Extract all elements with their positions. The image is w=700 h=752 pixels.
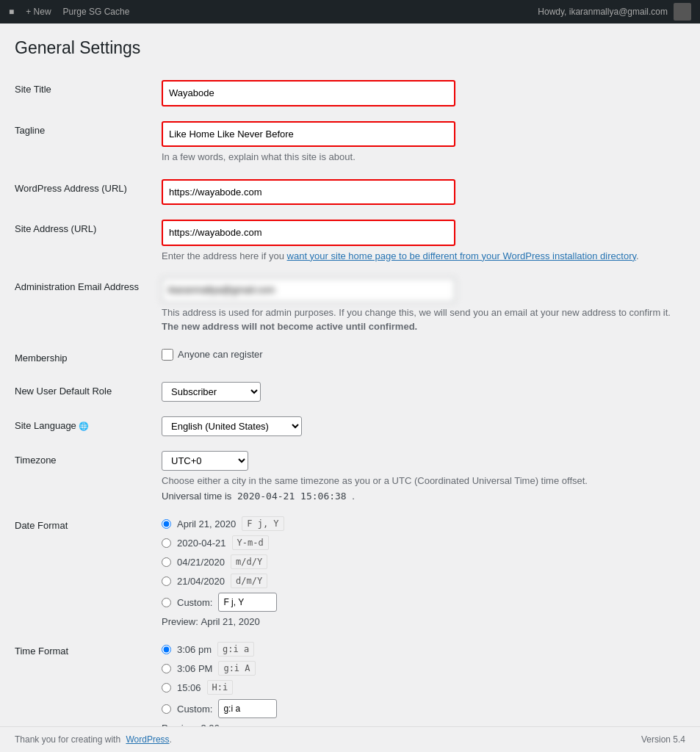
time-format-code-1: g:i a	[217, 642, 254, 657]
date-format-radio-1[interactable]	[162, 519, 171, 529]
time-format-custom-input[interactable]	[218, 699, 277, 718]
site-title-input[interactable]	[162, 80, 455, 106]
user-avatar	[674, 3, 691, 21]
timezone-select[interactable]: UTC+0 UTC-5 UTC+1 UTC+5:30	[162, 451, 248, 471]
site-address-row: Site Address (URL) Enter the address her…	[15, 212, 685, 270]
site-language-label: Site Language 🌐	[15, 409, 162, 444]
footer: Thank you for creating with WordPress. V…	[0, 726, 700, 752]
date-format-code-3: m/d/Y	[231, 554, 267, 569]
timezone-row: Timezone UTC+0 UTC-5 UTC+1 UTC+5:30 Choo…	[15, 444, 685, 510]
purge-cache-button[interactable]: Purge SG Cache	[63, 7, 130, 17]
date-format-option-custom: Custom:	[162, 593, 678, 612]
site-address-label: Site Address (URL)	[15, 212, 162, 270]
time-format-code-3: H:i	[207, 680, 234, 695]
date-format-option-4: 21/04/2020 d/m/Y	[162, 574, 678, 588]
membership-row: Membership Anyone can register	[15, 341, 685, 375]
time-format-option-1: 3:06 pm g:i a	[162, 642, 678, 657]
date-format-option-2: 2020-04-21 Y-m-d	[162, 535, 678, 550]
time-format-radio-2[interactable]	[162, 664, 171, 673]
date-format-label-4: 21/04/2020	[177, 576, 225, 587]
tagline-description: In a few words, explain what this site i…	[162, 150, 678, 164]
date-format-radio-3[interactable]	[162, 557, 171, 567]
membership-checkbox-label[interactable]: Anyone can register	[162, 349, 678, 361]
date-format-radio-group: April 21, 2020 F j, Y 2020-04-21 Y-m-d 0…	[162, 516, 678, 612]
date-format-option-1: April 21, 2020 F j, Y	[162, 516, 678, 531]
time-format-label-3: 15:06	[177, 682, 201, 693]
tagline-label: Tagline	[15, 114, 162, 172]
admin-email-label: Administration Email Address	[15, 270, 162, 341]
tagline-input[interactable]	[162, 121, 455, 148]
new-user-role-row: New User Default Role Subscriber Contrib…	[15, 375, 685, 409]
time-format-option-custom: Custom:	[162, 699, 678, 718]
site-language-select[interactable]: English (United States) English (UK) Esp…	[162, 416, 302, 436]
date-format-cell: April 21, 2020 F j, Y 2020-04-21 Y-m-d 0…	[162, 509, 685, 634]
admin-email-row: Administration Email Address This addres…	[15, 270, 685, 341]
site-address-description: Enter the address here if you want your …	[162, 249, 678, 264]
new-user-role-select[interactable]: Subscriber Contributor Author Editor Adm…	[162, 382, 261, 402]
footer-left: Thank you for creating with WordPress.	[15, 734, 172, 745]
date-format-code-4: d/m/Y	[231, 574, 267, 588]
site-title-row: Site Title	[15, 73, 685, 114]
membership-label: Membership	[15, 341, 162, 375]
time-format-radio-3[interactable]	[162, 683, 171, 693]
wordpress-address-label: WordPress Address (URL)	[15, 172, 162, 213]
date-format-custom-input[interactable]	[218, 593, 277, 612]
date-format-code-2: Y-m-d	[232, 535, 269, 550]
time-format-label-2: 3:06 PM	[177, 663, 212, 674]
site-address-cell: Enter the address here if you want your …	[162, 212, 685, 270]
admin-bar-left: ■ + New Purge SG Cache	[9, 7, 129, 17]
site-address-link[interactable]: want your site home page to be different…	[287, 250, 636, 261]
wordpress-address-row: WordPress Address (URL)	[15, 172, 685, 213]
time-format-option-2: 3:06 PM g:i A	[162, 661, 678, 676]
tagline-cell: In a few words, explain what this site i…	[162, 114, 685, 172]
date-format-label-custom: Custom:	[177, 597, 212, 608]
content-wrap: General Settings Site Title Tagline In a…	[0, 24, 700, 752]
timezone-label: Timezone	[15, 444, 162, 510]
time-format-radio-1[interactable]	[162, 645, 171, 654]
time-format-label-custom: Custom:	[177, 704, 212, 715]
user-greeting: Howdy, ikaranmallya@gmail.com	[538, 7, 668, 17]
site-language-row: Site Language 🌐 English (United States) …	[15, 409, 685, 444]
wordpress-footer-link[interactable]: WordPress	[126, 734, 169, 745]
time-format-option-3: 15:06 H:i	[162, 680, 678, 695]
membership-cell: Anyone can register	[162, 341, 685, 375]
date-format-radio-4[interactable]	[162, 576, 171, 586]
footer-version: Version 5.4	[641, 734, 685, 745]
time-format-radio-group: 3:06 pm g:i a 3:06 PM g:i A 15:06 H:i	[162, 642, 678, 718]
admin-email-input[interactable]	[162, 278, 455, 303]
time-format-label-1: 3:06 pm	[177, 644, 212, 655]
date-format-row: Date Format April 21, 2020 F j, Y 2020-0…	[15, 509, 685, 634]
date-format-label-3: 04/21/2020	[177, 557, 225, 568]
date-format-label: Date Format	[15, 509, 162, 634]
wp-logo[interactable]: ■	[9, 7, 14, 17]
date-format-radio-2[interactable]	[162, 538, 171, 548]
admin-bar: ■ + New Purge SG Cache Howdy, ikaranmall…	[0, 0, 700, 24]
date-format-option-3: 04/21/2020 m/d/Y	[162, 554, 678, 569]
new-user-role-label: New User Default Role	[15, 375, 162, 409]
time-format-code-2: g:i A	[218, 661, 255, 676]
settings-form: Site Title Tagline In a few words, expla…	[15, 73, 685, 752]
tagline-row: Tagline In a few words, explain what thi…	[15, 114, 685, 172]
date-format-preview: Preview: April 21, 2020	[162, 616, 678, 627]
universal-time: Universal time is 2020-04-21 15:06:38 .	[162, 491, 678, 502]
date-format-code-1: F j, Y	[242, 516, 284, 531]
time-format-radio-custom[interactable]	[162, 704, 171, 714]
admin-bar-right: Howdy, ikaranmallya@gmail.com	[538, 3, 691, 21]
admin-email-cell: This address is used for admin purposes.…	[162, 270, 685, 341]
site-title-cell	[162, 73, 685, 114]
admin-email-description: This address is used for admin purposes.…	[162, 306, 678, 334]
wordpress-address-cell	[162, 172, 685, 213]
translate-icon: 🌐	[79, 422, 89, 430]
membership-checkbox[interactable]	[162, 349, 173, 361]
page-title: General Settings	[15, 38, 685, 58]
new-post-button[interactable]: + New	[26, 7, 51, 17]
timezone-cell: UTC+0 UTC-5 UTC+1 UTC+5:30 Choose either…	[162, 444, 685, 510]
site-address-input[interactable]	[162, 220, 455, 246]
membership-checkbox-text: Anyone can register	[178, 349, 263, 360]
date-format-radio-custom[interactable]	[162, 598, 171, 607]
site-title-label: Site Title	[15, 73, 162, 114]
date-format-label-1: April 21, 2020	[177, 518, 236, 529]
date-format-label-2: 2020-04-21	[177, 538, 226, 549]
site-language-cell: English (United States) English (UK) Esp…	[162, 409, 685, 444]
wordpress-address-input[interactable]	[162, 179, 455, 206]
